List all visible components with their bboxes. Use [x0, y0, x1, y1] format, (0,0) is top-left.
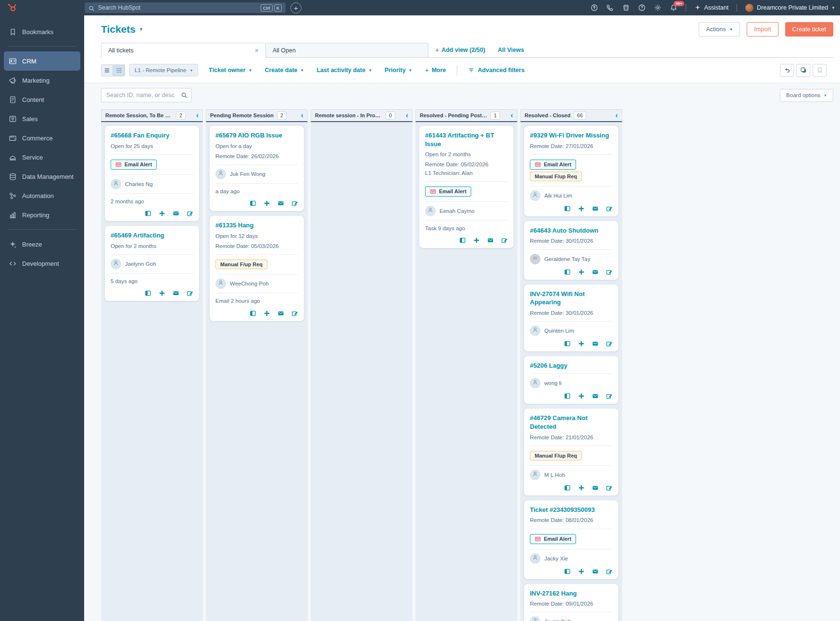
edit-note-icon[interactable] — [187, 210, 193, 217]
collapse-column-icon[interactable]: ‹ — [615, 112, 618, 119]
ticket-card[interactable]: #65679 AIO RGB IssueOpen for a dayRemote… — [210, 126, 304, 211]
clone-view-button[interactable] — [796, 64, 810, 77]
sidebar-item-data-management[interactable]: Data Management — [4, 167, 80, 186]
list-view-button[interactable] — [101, 64, 113, 76]
add-association-icon[interactable] — [578, 568, 585, 575]
actions-button[interactable]: Actions ▼ — [699, 22, 740, 37]
collapse-column-icon[interactable]: ‹ — [196, 112, 199, 119]
sidebar-item-marketing[interactable]: Marketing — [4, 71, 80, 90]
edit-note-icon[interactable] — [606, 269, 613, 275]
tab-all-open[interactable]: All Open — [266, 43, 428, 58]
send-email-icon[interactable] — [277, 200, 284, 207]
global-search-input[interactable] — [98, 4, 259, 11]
ticket-card[interactable]: #61443 Artifacting + BT IssueOpen for 2 … — [419, 126, 514, 248]
phone-icon[interactable] — [606, 4, 614, 12]
sidebar-item-content[interactable]: Content — [4, 90, 80, 109]
undo-button[interactable] — [780, 64, 794, 77]
notifications-icon[interactable]: 99+ — [670, 4, 677, 12]
board-search[interactable] — [101, 88, 191, 102]
ticket-title[interactable]: Ticket #234309350093 — [530, 506, 613, 514]
preview-ticket-icon[interactable] — [250, 310, 256, 317]
edit-note-icon[interactable] — [606, 205, 613, 212]
send-email-icon[interactable] — [592, 484, 599, 491]
edit-note-icon[interactable] — [606, 340, 613, 347]
sidebar-item-development[interactable]: Development — [4, 254, 80, 273]
assistant-button[interactable]: Assistant — [694, 4, 728, 11]
preview-ticket-icon[interactable] — [145, 290, 151, 297]
sidebar-item-service[interactable]: Service — [4, 148, 80, 167]
preview-ticket-icon[interactable] — [564, 393, 571, 399]
ticket-card[interactable]: INV-27162 HangRemote Date: 09/01/2026Jav… — [524, 584, 618, 621]
ticket-card[interactable]: INV-27074 Wifi Not AppearingRemote Date:… — [524, 285, 618, 351]
preview-ticket-icon[interactable] — [145, 210, 151, 217]
collapse-column-icon[interactable]: ‹ — [301, 112, 303, 119]
save-view-button[interactable] — [813, 64, 827, 77]
create-ticket-button[interactable]: Create ticket — [785, 22, 833, 37]
ticket-card[interactable]: #46729 Camera Not DetectedRemote Date: 2… — [524, 409, 618, 495]
sidebar-item-breeze[interactable]: Breeze — [4, 235, 80, 254]
ticket-title[interactable]: #65469 Artifacting — [111, 231, 193, 240]
ticket-title[interactable]: #65679 AIO RGB Issue — [215, 131, 298, 140]
marketplace-icon[interactable] — [622, 4, 630, 12]
send-email-icon[interactable] — [592, 568, 599, 575]
all-views-link[interactable]: All Views — [498, 47, 524, 53]
send-email-icon[interactable] — [592, 393, 599, 399]
account-menu[interactable]: Dreamcore Private Limited ▼ — [745, 4, 835, 12]
ticket-title[interactable]: #64643 Auto Shutdown — [530, 226, 613, 235]
preview-ticket-icon[interactable] — [564, 484, 571, 491]
ticket-card[interactable]: #9329 Wi-Fi Driver MissingRemote Date: 2… — [524, 126, 618, 216]
ticket-title[interactable]: #61443 Artifacting + BT Issue — [425, 131, 508, 148]
add-view-link[interactable]: + Add view (2/50) — [435, 46, 485, 54]
preview-ticket-icon[interactable] — [564, 205, 571, 212]
preview-ticket-icon[interactable] — [250, 200, 256, 207]
ticket-card[interactable]: #5206 Laggywong li — [524, 356, 618, 404]
send-email-icon[interactable] — [592, 205, 599, 212]
ticket-title[interactable]: #9329 Wi-Fi Driver Missing — [530, 131, 613, 140]
close-tab-icon[interactable]: × — [255, 47, 259, 54]
help-icon[interactable] — [638, 4, 646, 12]
board-options-button[interactable]: Board options ▼ — [780, 89, 833, 102]
ticket-card[interactable]: #65668 Fan EnquiryOpen for 25 daysEmail … — [105, 126, 199, 221]
sidebar-item-crm[interactable]: CRM — [4, 51, 80, 71]
add-association-icon[interactable] — [578, 340, 585, 347]
send-email-icon[interactable] — [173, 290, 179, 297]
add-association-icon[interactable] — [578, 205, 585, 212]
send-email-icon[interactable] — [487, 237, 494, 244]
board-view-button[interactable] — [113, 64, 125, 76]
board-search-input[interactable] — [101, 88, 191, 102]
ticket-card[interactable]: #65469 ArtifactingOpen for 2 monthsJaely… — [105, 226, 199, 301]
sidebar-item-sales[interactable]: Sales — [4, 109, 80, 128]
hubspot-logo-icon[interactable] — [6, 1, 18, 14]
add-association-icon[interactable] — [263, 310, 270, 317]
quick-add-button[interactable]: + — [290, 2, 301, 13]
page-title[interactable]: Tickets ▼ — [101, 24, 143, 35]
ticket-title[interactable]: #46729 Camera Not Detected — [530, 414, 613, 431]
advanced-filters-link[interactable]: Advanced filters — [468, 67, 525, 74]
edit-note-icon[interactable] — [291, 200, 298, 207]
ticket-title[interactable]: #65668 Fan Enquiry — [111, 131, 193, 140]
sidebar-item-reporting[interactable]: Reporting — [4, 205, 80, 224]
sidebar-item-automation[interactable]: Automation — [4, 186, 80, 205]
preview-ticket-icon[interactable] — [564, 269, 571, 275]
more-filters-link[interactable]: + More — [425, 66, 446, 74]
filter-create-date[interactable]: Create date▼ — [264, 67, 304, 74]
ticket-title[interactable]: INV-27162 Hang — [530, 589, 613, 598]
edit-note-icon[interactable] — [606, 568, 613, 575]
filter-last-activity-date[interactable]: Last activity date▼ — [316, 67, 372, 74]
add-association-icon[interactable] — [159, 210, 165, 217]
preview-ticket-icon[interactable] — [459, 237, 466, 244]
add-association-icon[interactable] — [578, 484, 585, 491]
edit-note-icon[interactable] — [187, 290, 193, 297]
edit-note-icon[interactable] — [606, 484, 613, 491]
filter-ticket-owner[interactable]: Ticket owner▼ — [209, 67, 252, 74]
preview-ticket-icon[interactable] — [564, 568, 571, 575]
pipeline-select[interactable]: L1 - Remote Pipeline ▼ — [129, 64, 198, 76]
edit-note-icon[interactable] — [606, 393, 613, 399]
sidebar-item-commerce[interactable]: Commerce — [4, 128, 80, 148]
collapse-column-icon[interactable]: ‹ — [406, 112, 408, 119]
ticket-card[interactable]: #61335 HangOpen for 12 daysRemote Date: … — [210, 216, 304, 321]
ticket-title[interactable]: #5206 Laggy — [530, 361, 613, 370]
send-email-icon[interactable] — [592, 269, 599, 275]
upgrade-icon[interactable] — [590, 4, 598, 12]
add-association-icon[interactable] — [578, 393, 585, 399]
